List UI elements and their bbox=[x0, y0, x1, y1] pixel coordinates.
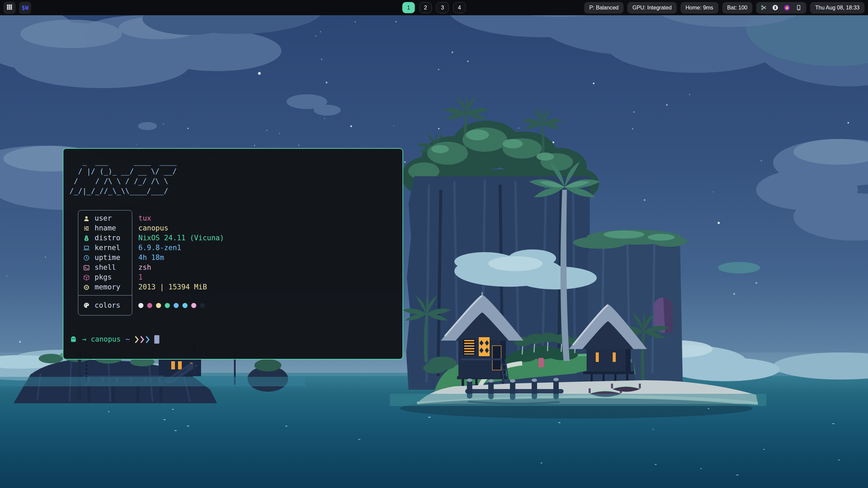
fetch-row-kernel: kernel bbox=[78, 243, 132, 253]
fetch-row-pkgs: pkgs bbox=[78, 272, 132, 282]
scissors-icon[interactable] bbox=[761, 4, 767, 11]
fetch-row-user: user bbox=[78, 214, 132, 223]
fetch-value-uptime: 4h 18m bbox=[138, 253, 224, 263]
lit-window-slats bbox=[463, 339, 475, 355]
fetch-row-memory: memory bbox=[78, 282, 132, 292]
list-icon bbox=[83, 225, 95, 232]
fetch-label: user bbox=[95, 214, 112, 223]
fetch-value-pkgs: 1 bbox=[138, 272, 224, 282]
ascii-art-nixos: _ ___ ____ ____ / |/ (_)_ __/ __ \/ __/ … bbox=[70, 157, 396, 196]
palette-dot bbox=[147, 303, 152, 308]
workspace-button-3[interactable]: 3 bbox=[436, 2, 449, 13]
chevron-icon bbox=[135, 336, 139, 344]
fetch-label: uptime bbox=[95, 253, 120, 263]
palette-dot bbox=[200, 303, 205, 308]
system-tray bbox=[756, 2, 806, 14]
app-launcher-button[interactable] bbox=[3, 2, 16, 14]
bar-right: P: BalancedGPU: IntegratedHome: 9msBat: … bbox=[584, 2, 865, 14]
bluetooth-icon[interactable] bbox=[772, 4, 778, 11]
phone-icon[interactable] bbox=[795, 4, 802, 11]
status-pills: P: BalancedGPU: IntegratedHome: 9msBat: … bbox=[584, 2, 752, 14]
clock-text: Thu Aug 08, 18:33 bbox=[815, 5, 860, 11]
flame-icon[interactable] bbox=[784, 4, 790, 11]
lit-window-diamond bbox=[479, 337, 490, 356]
colors-label: colors bbox=[95, 301, 120, 310]
fetch-row-shell: shell bbox=[78, 263, 132, 272]
fetch-table: userhnamedistrokerneluptimeshellpkgsmemo… bbox=[70, 210, 396, 316]
palette-dot bbox=[174, 303, 179, 308]
fetch-divider bbox=[78, 295, 132, 296]
top-bar: $W 1234 P: BalancedGPU: IntegratedHome: … bbox=[0, 0, 868, 15]
palette-dot bbox=[191, 303, 196, 308]
bar-left: $W bbox=[3, 2, 31, 14]
palette-dot bbox=[182, 303, 188, 308]
prompt-host: canopus bbox=[91, 334, 121, 344]
palette-dot bbox=[165, 303, 170, 308]
terminal-icon bbox=[83, 264, 95, 271]
shell-prompt: → canopus ~ bbox=[70, 334, 396, 344]
status-pill[interactable]: GPU: Integrated bbox=[627, 2, 677, 14]
fetch-values: tuxcanopusNixOS 24.11 (Vicuna)6.9.8-zen1… bbox=[138, 214, 224, 316]
penguin-icon bbox=[83, 235, 95, 242]
fetch-row-hname: hname bbox=[78, 223, 132, 233]
fetch-labels-box: userhnamedistrokerneluptimeshellpkgsmemo… bbox=[78, 210, 132, 316]
fetch-label: distro bbox=[95, 233, 120, 243]
fetch-row-colors: colors bbox=[78, 299, 132, 312]
terminal-color-palette bbox=[138, 299, 224, 312]
prompt-arrow: → bbox=[82, 334, 86, 344]
fetch-value-memory: 2013 | 15394 MiB bbox=[138, 282, 224, 292]
prompt-path: ~ bbox=[125, 334, 130, 344]
workspace-button-1[interactable]: 1 bbox=[402, 2, 415, 13]
fetch-row-uptime: uptime bbox=[78, 253, 132, 263]
chip-icon bbox=[83, 284, 95, 291]
fetch-label: memory bbox=[95, 282, 120, 292]
fetch-label: pkgs bbox=[95, 272, 112, 282]
logo-text: $W bbox=[22, 4, 28, 11]
status-pill[interactable]: Home: 9ms bbox=[680, 2, 718, 14]
fetch-value-shell: zsh bbox=[138, 263, 224, 272]
ghost-icon bbox=[70, 336, 77, 343]
user-icon bbox=[83, 215, 95, 222]
grid-icon bbox=[6, 4, 13, 12]
workspace-button-4[interactable]: 4 bbox=[453, 2, 466, 13]
fetch-label: kernel bbox=[95, 243, 120, 253]
terminal-window[interactable]: _ ___ ____ ____ / |/ (_)_ __/ __ \/ __/ … bbox=[63, 148, 403, 360]
chevron-icon bbox=[140, 336, 144, 344]
fetch-label: shell bbox=[95, 263, 116, 272]
logo-button[interactable]: $W bbox=[19, 2, 31, 14]
fetch-label: hname bbox=[95, 223, 116, 233]
palette-dot bbox=[156, 303, 161, 308]
fetch-row-distro: distro bbox=[78, 233, 132, 243]
clock-icon bbox=[83, 255, 95, 261]
fetch-value-user: tux bbox=[138, 214, 224, 223]
fetch-value-hname: canopus bbox=[138, 223, 224, 233]
status-pill[interactable]: Bat: 100 bbox=[722, 2, 753, 14]
workspace-button-2[interactable]: 2 bbox=[419, 2, 432, 13]
palette-dot bbox=[138, 303, 143, 308]
fetch-value-kernel: 6.9.8-zen1 bbox=[138, 243, 224, 253]
laptop-icon bbox=[83, 245, 95, 251]
status-pill[interactable]: P: Balanced bbox=[584, 2, 624, 14]
workspace-switcher: 1234 bbox=[402, 2, 466, 13]
clock-pill[interactable]: Thu Aug 08, 18:33 bbox=[810, 2, 865, 14]
palette-icon bbox=[83, 302, 95, 309]
chevron-icon bbox=[145, 336, 150, 344]
package-icon bbox=[83, 274, 95, 281]
prompt-chevrons bbox=[135, 336, 150, 344]
text-cursor[interactable] bbox=[154, 335, 159, 344]
fetch-value-distro: NixOS 24.11 (Vicuna) bbox=[138, 233, 224, 243]
